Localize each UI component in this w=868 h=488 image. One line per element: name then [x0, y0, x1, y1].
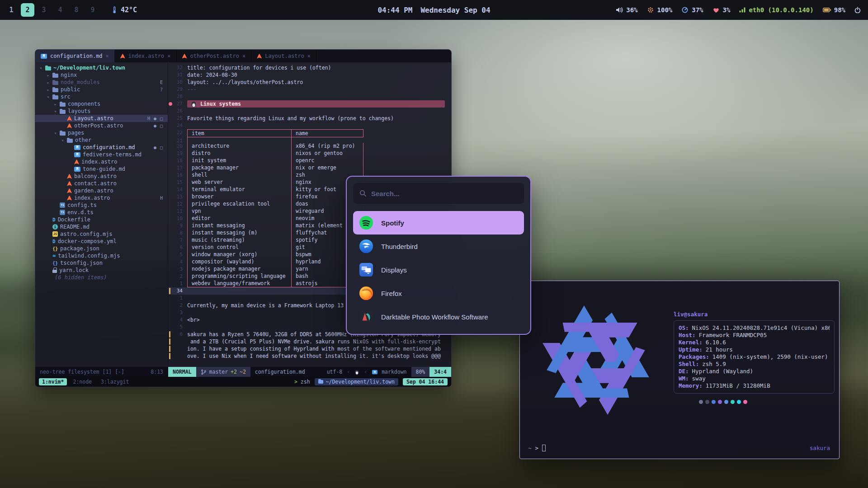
expander-icon[interactable]	[46, 73, 50, 78]
tree-item[interactable]: contact.astro	[35, 180, 168, 187]
volume-module[interactable]: 36%	[616, 6, 637, 14]
table-row[interactable]: 20 architecture x86_64 (rip m2 pro)	[168, 143, 451, 150]
tree-item[interactable]: ~/Development/liv.town	[35, 64, 168, 71]
tree-item[interactable]: node_modules E	[35, 79, 168, 86]
tree-item[interactable]: tailwind.config.mjs	[35, 252, 168, 259]
memory-module[interactable]: 3%	[712, 6, 731, 14]
tree-item[interactable]: nginx	[35, 71, 168, 79]
tree-item[interactable]: garden.astro	[35, 187, 168, 194]
tree-item[interactable]: (6 hidden items)	[35, 274, 168, 281]
launcher-item-displays[interactable]: Displays	[353, 258, 524, 282]
tree-item[interactable]: other	[35, 136, 168, 144]
tree-item[interactable]: fediverse-terms.md	[35, 151, 168, 158]
expander-icon[interactable]	[53, 102, 57, 107]
launcher-item-darktable[interactable]: Darktable Photo Workflow Software	[353, 305, 524, 328]
close-icon[interactable]	[167, 53, 170, 59]
tree-item[interactable]: layouts	[35, 108, 168, 115]
table-row[interactable]: 18 init system openrc	[168, 157, 451, 164]
editor-tab[interactable]: index.astro	[115, 50, 177, 62]
tree-item[interactable]: docker-compose.yml	[35, 238, 168, 245]
search-input[interactable]	[371, 190, 518, 197]
tree-item[interactable]: configuration.md ● □	[35, 144, 168, 151]
tree-item[interactable]: yarn.lock	[35, 267, 168, 274]
tree-item[interactable]: package.json	[35, 245, 168, 252]
fetch-line: Packages: 1409 (nix-system), 2590 (nix-u…	[679, 353, 830, 361]
terminal-window[interactable]: liv@sakura OS: NixOS 24.11.20240828.71e9…	[519, 281, 840, 459]
launcher-item-spotify[interactable]: Spotify	[353, 211, 524, 235]
neotree-panel[interactable]: ~/Development/liv.town nginx node_module…	[35, 62, 168, 367]
shell-prompt[interactable]: ~ >	[528, 445, 546, 451]
temperature-module[interactable]: 42°C	[111, 6, 137, 14]
tree-item[interactable]: index.astro	[35, 158, 168, 165]
expander-icon[interactable]	[61, 138, 65, 143]
tree-item[interactable]: config.ts	[35, 202, 168, 209]
launcher-search[interactable]	[353, 183, 524, 204]
expander-icon[interactable]	[46, 87, 50, 92]
buffer-line[interactable]: ion. I have a setup consisting of Hyprla…	[168, 345, 451, 352]
fetch-value: 21 hours	[706, 346, 733, 353]
power-button[interactable]	[854, 7, 861, 13]
close-icon[interactable]	[106, 53, 109, 59]
buffer-line[interactable]: 32 title: configuration for devices i us…	[168, 64, 451, 71]
tmux-window[interactable]: 3:lazygit	[98, 378, 132, 385]
tree-item[interactable]: pages	[35, 129, 168, 136]
line-number: 21	[173, 137, 187, 143]
buffer-line[interactable]: 31 date: 2024-08-30	[168, 71, 451, 79]
buffer-line[interactable]: 25 Favorite things regarding Linux and m…	[168, 115, 451, 122]
workspace-button[interactable]: 3	[37, 3, 51, 17]
clock[interactable]: 04:44 PM Wednesday Sep 04	[377, 6, 490, 14]
workspace-button[interactable]: 2	[21, 3, 34, 17]
tree-item[interactable]: public ?	[35, 86, 168, 93]
table-cell-item: privilege escalation tool	[188, 201, 292, 208]
table-row[interactable]: 17 package manager nix or emerge	[168, 164, 451, 172]
tree-item[interactable]: index.astro H	[35, 194, 168, 202]
network-module[interactable]: eth0 (10.0.0.140)	[739, 6, 813, 14]
buffer-line[interactable]: 30 layout: ../../layouts/otherPost.astro	[168, 79, 451, 86]
tree-item[interactable]: components	[35, 100, 168, 108]
tree-item[interactable]: tsconfig.json	[35, 259, 168, 267]
editor-tab[interactable]: otherPost.astro	[177, 50, 252, 62]
buffer-line-heading[interactable]: 27 Linux systems	[168, 100, 451, 108]
table-row[interactable]: 19 distro nixos or gentoo	[168, 150, 451, 157]
tree-item[interactable]: README.md	[35, 223, 168, 230]
expander-icon[interactable]	[39, 66, 43, 70]
close-icon[interactable]	[242, 53, 245, 59]
expander-icon[interactable]	[46, 80, 50, 85]
launcher-item-firefox[interactable]: Firefox	[353, 282, 524, 305]
buffer-line[interactable]: 29 ---	[168, 86, 451, 93]
buffer-line[interactable]: 24	[168, 122, 451, 129]
editor-tab[interactable]: configuration.md	[35, 50, 115, 62]
workspace-button[interactable]: 8	[70, 3, 83, 17]
workspace-button[interactable]: 9	[86, 3, 99, 17]
cpu-module[interactable]: 37%	[681, 6, 703, 14]
launcher-item-thunderbird[interactable]: Thunderbird	[353, 235, 524, 258]
tree-item[interactable]: otherPost.astro ● □	[35, 122, 168, 129]
tree-item[interactable]: src	[35, 93, 168, 100]
tree-item[interactable]: tone-guide.md	[35, 165, 168, 173]
line-text: ion. I have a setup consisting of Hyprla…	[187, 345, 451, 352]
tree-item[interactable]: astro.config.mjs	[35, 230, 168, 238]
workspace-switcher: 1 2 3 4 8 9	[5, 3, 99, 17]
tree-item[interactable]: env.d.ts	[35, 209, 168, 216]
tmux-window[interactable]: 1:nvim*	[39, 378, 67, 385]
table-header-row[interactable]: 22 item name	[168, 129, 451, 137]
buffer-line[interactable]: and a 2TB (Crucial P5 Plus) NVMe drive. …	[168, 338, 451, 345]
brightness-module[interactable]: 100%	[647, 6, 673, 14]
battery-module[interactable]: 98%	[823, 6, 845, 14]
gutter-sign	[168, 237, 173, 244]
buffer-line[interactable]: ove. I use Nix when I need software with…	[168, 352, 451, 360]
tree-item-badges: E	[160, 80, 163, 85]
expander-icon[interactable]	[46, 94, 50, 99]
close-icon[interactable]	[307, 53, 311, 59]
tree-item[interactable]: Dockerfile	[35, 216, 168, 223]
tmux-window[interactable]: 2:node	[70, 378, 95, 385]
tree-item[interactable]: Layout.astro H ● □	[35, 115, 168, 122]
buffer-line[interactable]: 28	[168, 93, 451, 100]
tree-item[interactable]: balcony.astro	[35, 173, 168, 180]
expander-icon[interactable]	[53, 131, 57, 136]
expander-icon[interactable]	[53, 109, 57, 114]
editor-tab[interactable]: Layout.astro	[251, 50, 316, 62]
workspace-button[interactable]: 1	[5, 3, 18, 17]
buffer-line[interactable]: 26	[168, 108, 451, 115]
workspace-button[interactable]: 4	[53, 3, 67, 17]
